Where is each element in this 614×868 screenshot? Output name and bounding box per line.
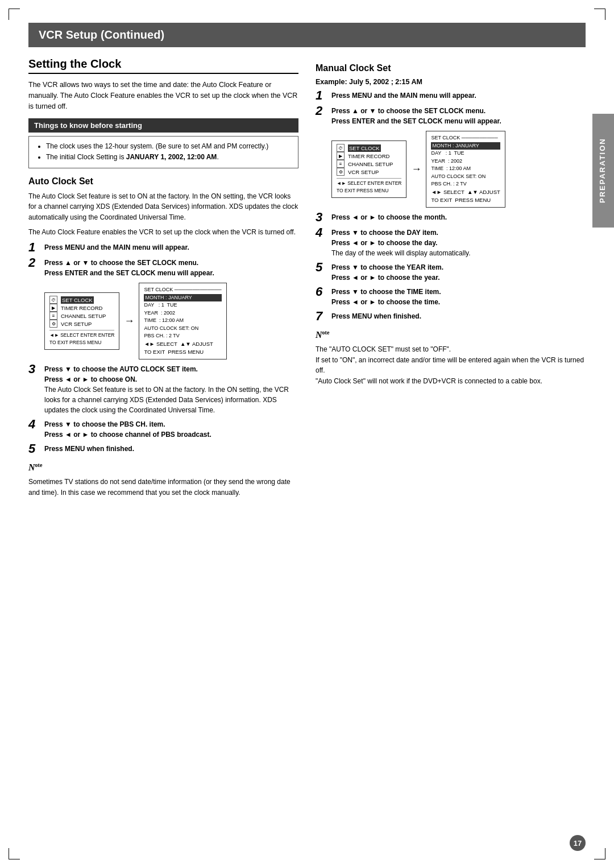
- manual-step-num-7: 7: [316, 310, 328, 323]
- auto-clock-body2: The Auto Clock Feature enables the VCR t…: [28, 227, 298, 238]
- manual-step-4: 4 Press ▼ to choose the DAY item. Press …: [316, 228, 586, 258]
- auto-step-content-4: Press ▼ to choose the PBS CH. item. Pres…: [44, 419, 211, 440]
- auto-step-5: 5 Press MENU when finished.: [28, 444, 298, 455]
- manual-step4c: The day of the week will display automat…: [331, 249, 471, 257]
- auto-menu-item-1: ⏱ SET CLOCK: [49, 296, 114, 304]
- manual-screen2-header: SET CLOCK ──────────: [431, 134, 500, 142]
- timer-icon: ▶: [49, 304, 57, 312]
- auto-step-content-5: Press MENU when finished.: [44, 444, 134, 454]
- auto-screen-bottom-2: ◄► SELECT ▲▼ ADJUSTTO EXIT PRESS MENU: [144, 340, 221, 357]
- auto-screen-box-1: ⏱ SET CLOCK ▶TIMER RECORD ≡CHANNEL SETUP…: [44, 292, 119, 350]
- auto-note-title: Note: [28, 461, 298, 475]
- manual-step-1: 1 Press MENU and the MAIN menu will appe…: [316, 90, 586, 102]
- clock-icon-2: ⏱: [337, 144, 345, 152]
- manual-note-body3: "Auto Clock Set" will not work if the DV…: [316, 376, 586, 387]
- auto-step-num-1: 1: [28, 241, 41, 254]
- manual-menu-item-1: ⏱ SET CLOCK: [337, 144, 401, 152]
- manual-step-2: 2 Press ▲ or ▼ to choose the SET CLOCK m…: [316, 106, 586, 126]
- auto-menu-item-4: ⚙VCR SETUP: [49, 320, 114, 328]
- auto-step-num-3: 3: [28, 363, 41, 375]
- things-item-2: The initial Clock Setting is JANUARY 1, …: [46, 152, 292, 163]
- manual-step-num-5: 5: [316, 261, 328, 274]
- manual-screen2-day: DAY : 1 TUE: [431, 150, 500, 158]
- setting-clock-intro: The VCR allows two ways to set the time …: [28, 80, 298, 111]
- things-item-1: The clock uses the 12-hour system. (Be s…: [46, 141, 292, 152]
- auto-screen-box-2: SET CLOCK ───────────── MONTH : JANUARY …: [139, 283, 226, 359]
- manual-step-content-1: Press MENU and the MAIN menu will appear…: [331, 90, 476, 101]
- corner-tr: [594, 9, 605, 20]
- manual-example: Example: July 5, 2002 ; 2:15 AM: [316, 78, 586, 86]
- manual-note-body1: The "AUTO CLOCK SET" must set to "OFF".: [316, 344, 586, 355]
- manual-screen-bottom-1: ◄► SELECT ENTER ENTERTO EXIT PRESS MENU: [337, 178, 401, 195]
- channel-icon: ≡: [49, 312, 57, 320]
- auto-screen-bottom-1: ◄► SELECT ENTER ENTERTO EXIT PRESS MENU: [49, 330, 114, 346]
- auto-note-body: Sometimes TV stations do not send date/t…: [28, 477, 298, 498]
- right-column: Manual Clock Set Example: July 5, 2002 ;…: [316, 57, 586, 498]
- manual-step-5: 5 Press ▼ to choose the YEAR item. Press…: [316, 262, 586, 283]
- page-number: 17: [570, 835, 586, 851]
- screen2-row-time: TIME : 12:00 AM: [144, 317, 221, 325]
- manual-step-num-2: 2: [316, 105, 328, 117]
- auto-note-box: Note Sometimes TV stations do not send d…: [28, 461, 298, 498]
- screen2-row-month: MONTH : JANUARY: [144, 294, 221, 302]
- auto-menu-item-3: ≡CHANNEL SETUP: [49, 312, 114, 320]
- things-list: The clock uses the 12-hour system. (Be s…: [28, 136, 298, 168]
- corner-br: [594, 848, 605, 859]
- auto-step-num-2: 2: [28, 257, 41, 269]
- auto-step-3: 3 Press ▼ to choose the AUTO CLOCK SET i…: [28, 364, 298, 415]
- manual-screen-arrow: →: [411, 163, 421, 175]
- manual-screen-bottom-2: ◄► SELECT ▲▼ ADJUSTTO EXIT PRESS MENU: [431, 188, 500, 205]
- corner-tl: [9, 9, 20, 20]
- auto-step-content-2: Press ▲ or ▼ to choose the SET CLOCK men…: [44, 258, 214, 278]
- side-label: PREPARATION: [592, 114, 614, 228]
- channel-icon-2: ≡: [337, 160, 345, 168]
- screen2-row-year: YEAR : 2002: [144, 309, 221, 317]
- manual-step-num-3: 3: [316, 211, 328, 224]
- auto-step-content-3: Press ▼ to choose the AUTO CLOCK SET ite…: [44, 364, 298, 415]
- auto-step-num-4: 4: [28, 418, 41, 431]
- manual-step-content-5: Press ▼ to choose the YEAR item. Press ◄…: [331, 262, 443, 283]
- auto-step-2: 2 Press ▲ or ▼ to choose the SET CLOCK m…: [28, 258, 298, 278]
- auto-step3-body: The Auto Clock Set feature is set to ON …: [44, 386, 289, 414]
- corner-bl: [9, 848, 20, 859]
- manual-step-7: 7 Press MENU when finished.: [316, 311, 586, 323]
- manual-step-num-1: 1: [316, 89, 328, 102]
- manual-note-body2: If set to "ON", an incorrect date and/or…: [316, 355, 586, 376]
- manual-note-box: Note The "AUTO CLOCK SET" must set to "O…: [316, 328, 586, 387]
- manual-clock-title: Manual Clock Set: [316, 63, 586, 73]
- manual-menu-item-4: ⚙VCR SETUP: [337, 168, 401, 176]
- screen2-row-pbs: PBS CH. : 2 TV: [144, 332, 221, 340]
- timer-icon-2: ▶: [337, 152, 345, 160]
- manual-screen2-year: YEAR : 2002: [431, 158, 500, 166]
- auto-step-1: 1 Press MENU and the MAIN menu will appe…: [28, 242, 298, 254]
- vcr-icon: ⚙: [49, 320, 57, 328]
- auto-step-content-1: Press MENU and the MAIN menu will appear…: [44, 242, 189, 253]
- auto-step-4: 4 Press ▼ to choose the PBS CH. item. Pr…: [28, 419, 298, 440]
- vcr-icon-2: ⚙: [337, 168, 345, 176]
- manual-screen2-time: TIME : 12:00 AM: [431, 165, 500, 173]
- manual-step-3: 3 Press ◄ or ► to choose the month.: [316, 212, 586, 224]
- manual-screen-diagram: ⏱ SET CLOCK ▶TIMER RECORD ≡CHANNEL SETUP…: [331, 131, 586, 208]
- page-container: PREPARATION VCR Setup (Continued) Settin…: [0, 0, 614, 868]
- manual-screen-box-2: SET CLOCK ────────── MONTH : JANUARY DAY…: [426, 131, 505, 208]
- manual-step-content-6: Press ▼ to choose the TIME item. Press ◄…: [331, 287, 441, 307]
- things-box-label: Things to know before starting: [28, 118, 298, 133]
- manual-step-num-6: 6: [316, 286, 328, 298]
- screen-arrow-1: →: [124, 315, 134, 327]
- clock-icon: ⏱: [49, 296, 57, 304]
- manual-screen2-month: MONTH : JANUARY: [431, 142, 500, 150]
- auto-menu-item-2: ▶TIMER RECORD: [49, 304, 114, 312]
- manual-step-content-3: Press ◄ or ► to choose the month.: [331, 212, 447, 222]
- manual-step-num-4: 4: [316, 226, 328, 239]
- manual-screen2-pbs: PBS CH. : 2 TV: [431, 180, 500, 188]
- manual-step-content-7: Press MENU when finished.: [331, 311, 421, 321]
- manual-screen2-auto: AUTO CLOCK SET: ON: [431, 173, 500, 181]
- main-content: Setting the Clock The VCR allows two way…: [28, 57, 586, 498]
- screen2-row-1: SET CLOCK ─────────────: [144, 286, 221, 294]
- manual-screen-box-1: ⏱ SET CLOCK ▶TIMER RECORD ≡CHANNEL SETUP…: [331, 140, 406, 198]
- manual-step-content-2: Press ▲ or ▼ to choose the SET CLOCK men…: [331, 106, 501, 126]
- manual-menu-item-2: ▶TIMER RECORD: [337, 152, 401, 160]
- auto-step-num-5: 5: [28, 443, 41, 455]
- manual-step-6: 6 Press ▼ to choose the TIME item. Press…: [316, 287, 586, 307]
- manual-note-title: Note: [316, 328, 586, 342]
